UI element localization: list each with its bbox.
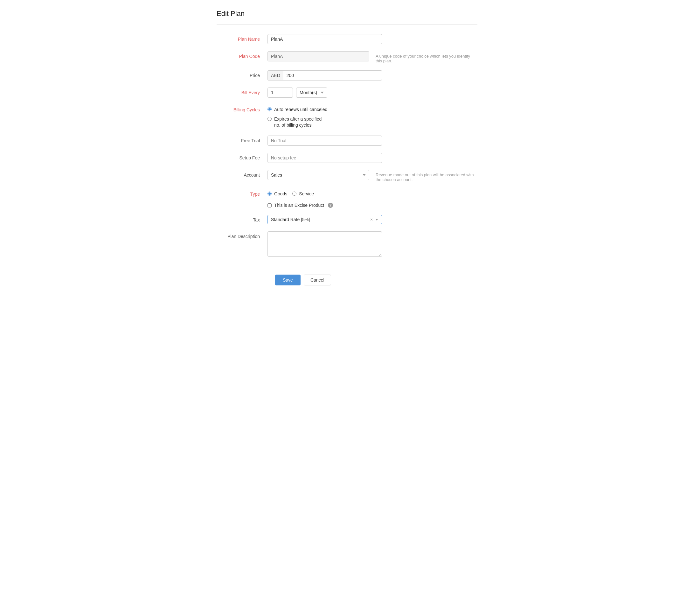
price-label: Price	[217, 70, 268, 78]
price-input-group: AED	[268, 70, 382, 80]
type-radio-group: Goods Service	[268, 189, 382, 197]
type-goods-item[interactable]: Goods	[268, 191, 287, 197]
account-select[interactable]: Sales	[268, 170, 369, 180]
bill-every-label: Bill Every	[217, 88, 268, 95]
setup-fee-row: Setup Fee	[217, 153, 477, 163]
plan-code-control	[268, 51, 369, 61]
excise-checkbox[interactable]	[268, 203, 272, 207]
billing-cycles-control: Auto renews until canceled Expires after…	[268, 105, 382, 129]
excise-row: This is an Excise Product ?	[268, 201, 382, 208]
tax-label: Tax	[217, 215, 268, 222]
plan-name-row: Plan Name	[217, 34, 477, 44]
bill-every-row: Bill Every Month(s)	[217, 88, 477, 98]
billing-option-2-item[interactable]: Expires after a specified no. of billing…	[268, 116, 382, 129]
plan-description-control	[268, 231, 382, 258]
tax-clear-icon[interactable]: ×	[370, 217, 373, 222]
type-service-label: Service	[299, 191, 314, 197]
billing-option-1-label: Auto renews until canceled	[274, 107, 327, 113]
setup-fee-control	[268, 153, 382, 163]
account-control: Sales	[268, 170, 369, 180]
save-button[interactable]: Save	[275, 275, 300, 285]
plan-code-row: Plan Code A unique code of your choice w…	[217, 51, 477, 63]
price-control: AED	[268, 70, 382, 80]
price-row: Price AED	[217, 70, 477, 80]
plan-code-input	[268, 51, 369, 61]
tax-select-inner[interactable]: Standard Rate [5%] × ▼	[268, 215, 382, 224]
billing-option-1-radio[interactable]	[268, 107, 272, 111]
plan-code-label: Plan Code	[217, 51, 268, 59]
account-hint: Revenue made out of this plan will be as…	[376, 170, 477, 182]
plan-description-textarea[interactable]	[268, 231, 382, 257]
bill-every-number-input[interactable]	[268, 88, 293, 98]
bottom-divider	[217, 265, 477, 265]
plan-name-control	[268, 34, 382, 44]
top-divider	[217, 24, 477, 24]
type-service-radio[interactable]	[292, 192, 296, 196]
free-trial-row: Free Trial	[217, 135, 477, 146]
billing-option-2-radio[interactable]	[268, 117, 272, 121]
currency-badge: AED	[268, 70, 284, 80]
type-service-item[interactable]: Service	[292, 191, 314, 197]
bill-every-control: Month(s)	[268, 88, 382, 98]
tax-control: Standard Rate [5%] × ▼	[268, 215, 382, 224]
type-label: Type	[217, 189, 268, 197]
tax-select-wrapper: Standard Rate [5%] × ▼	[268, 215, 382, 224]
plan-name-label: Plan Name	[217, 34, 268, 42]
billing-cycles-radio-group: Auto renews until canceled Expires after…	[268, 105, 382, 129]
plan-code-hint: A unique code of your choice which lets …	[376, 51, 477, 63]
price-input[interactable]	[284, 70, 382, 80]
plan-description-row: Plan Description	[217, 231, 477, 258]
type-control: Goods Service This is an Excise Product …	[268, 189, 382, 208]
page-title: Edit Plan	[217, 10, 477, 18]
account-row: Account Sales Revenue made out of this p…	[217, 170, 477, 182]
free-trial-control	[268, 135, 382, 146]
type-row: Type Goods Service This is an Excise Pro…	[217, 189, 477, 208]
free-trial-input[interactable]	[268, 135, 382, 146]
account-label: Account	[217, 170, 268, 178]
free-trial-label: Free Trial	[217, 135, 268, 143]
plan-description-label: Plan Description	[217, 231, 268, 239]
billing-option-1-item[interactable]: Auto renews until canceled	[268, 107, 382, 113]
billing-cycles-row: Billing Cycles Auto renews until cancele…	[217, 105, 477, 129]
setup-fee-input[interactable]	[268, 153, 382, 163]
billing-cycles-label: Billing Cycles	[217, 105, 268, 112]
type-goods-label: Goods	[274, 191, 287, 197]
tax-row: Tax Standard Rate [5%] × ▼	[217, 215, 477, 224]
type-goods-radio[interactable]	[268, 192, 272, 196]
tax-dropdown-icon[interactable]: ▼	[375, 218, 379, 221]
excise-label: This is an Excise Product	[274, 203, 324, 208]
setup-fee-label: Setup Fee	[217, 153, 268, 160]
plan-name-input[interactable]	[268, 34, 382, 44]
bill-every-input-group: Month(s)	[268, 88, 382, 98]
bill-every-unit-select[interactable]: Month(s)	[296, 88, 327, 98]
form-actions: Save Cancel	[275, 275, 477, 285]
billing-option-2-label: Expires after a specified no. of billing…	[274, 116, 322, 129]
excise-help-icon[interactable]: ?	[328, 203, 333, 208]
cancel-button[interactable]: Cancel	[304, 275, 331, 285]
tax-value: Standard Rate [5%]	[271, 217, 368, 222]
